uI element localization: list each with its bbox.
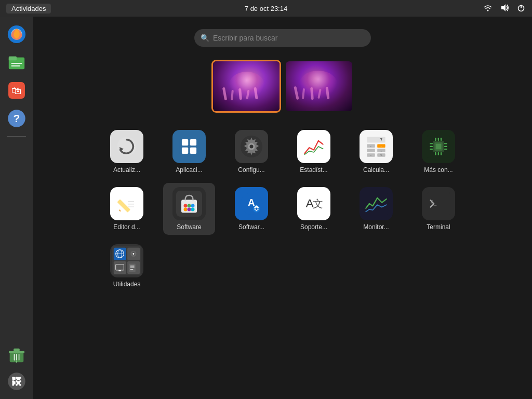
svg-rect-70 (444, 146, 447, 147)
app-label-actualizar: Actualiz... (113, 166, 140, 174)
main-content: 🔍 (33, 17, 532, 399)
svg-rect-16 (9, 351, 24, 353)
app-item-calculadora[interactable]: 7 + ÷ − × = % Calcula... (350, 126, 402, 178)
app-item-editord[interactable]: Editor d... (101, 183, 153, 235)
svg-point-31 (12, 380, 14, 382)
app-label-utilidades: Utilidades (113, 281, 141, 288)
network-icon[interactable] (483, 3, 493, 14)
svg-point-35 (16, 384, 18, 386)
svg-point-91 (191, 204, 195, 208)
search-input[interactable] (194, 29, 371, 47)
app-item-actualizar[interactable]: Actualiz... (101, 126, 153, 178)
topbar-left: Actividades (6, 4, 51, 14)
app-label-mascon: Más con... (424, 166, 453, 174)
svg-point-32 (16, 380, 18, 382)
svg-marker-1 (501, 4, 506, 11)
app-grid: Actualiz... Aplicaci... (101, 126, 464, 292)
svg-point-33 (19, 380, 21, 382)
svg-rect-50 (367, 137, 385, 143)
svg-text:文: 文 (313, 198, 323, 209)
app-label-estadisticas: Estadíst... (300, 166, 327, 174)
svg-rect-67 (430, 146, 433, 147)
app-label-aplicaciones: Aplicaci... (176, 166, 202, 174)
app-label-editord: Editor d... (113, 223, 140, 231)
svg-rect-68 (430, 149, 433, 150)
search-bar: 🔍 (194, 29, 371, 47)
svg-point-116 (132, 253, 134, 255)
app-grid-empty-5 (413, 240, 464, 292)
sidebar-item-show-apps[interactable] (4, 369, 29, 394)
wallpaper-thumb-1[interactable] (213, 61, 280, 111)
app-item-aplicaciones[interactable]: Aplicaci... (163, 126, 215, 178)
svg-point-0 (487, 9, 489, 11)
topbar-right (483, 3, 526, 14)
wallpaper-thumbnails (213, 61, 352, 111)
sidebar-item-trash[interactable]: ♻ (4, 343, 29, 368)
svg-point-30 (19, 377, 21, 379)
sidebar-item-files[interactable] (4, 50, 29, 75)
power-icon[interactable] (516, 3, 526, 14)
app-grid-empty-3 (288, 240, 340, 292)
svg-rect-103 (365, 192, 388, 215)
app-item-soporte[interactable]: A 文 Soporte... (288, 183, 340, 235)
app-item-terminal[interactable]: $_ Terminal (413, 183, 464, 235)
svg-rect-75 (435, 152, 436, 155)
app-item-softwar2[interactable]: A Softwar... (225, 183, 277, 235)
svg-point-90 (188, 204, 191, 208)
app-label-calculadora: Calcula... (363, 166, 389, 174)
app-item-configuracion[interactable]: Configu... (225, 126, 277, 178)
app-grid-empty-4 (350, 240, 402, 292)
svg-text:?: ? (14, 112, 20, 124)
svg-rect-117 (116, 264, 124, 270)
app-label-terminal: Terminal (427, 223, 450, 231)
svg-point-89 (184, 204, 188, 208)
sidebar-item-firefox[interactable] (4, 22, 29, 47)
svg-rect-76 (438, 152, 439, 155)
svg-rect-43 (190, 148, 196, 154)
svg-rect-71 (444, 149, 447, 150)
svg-rect-48 (302, 135, 325, 158)
svg-text:%: % (380, 154, 382, 156)
svg-text:♻: ♻ (16, 361, 18, 363)
app-label-software: Software (177, 223, 201, 231)
app-item-monitor[interactable]: Monitor... (350, 183, 402, 235)
svg-point-34 (12, 384, 14, 386)
svg-rect-42 (182, 148, 188, 154)
search-icon: 🔍 (201, 34, 209, 42)
svg-rect-79 (436, 144, 442, 150)
app-label-monitor: Monitor... (363, 223, 389, 231)
svg-point-28 (12, 377, 14, 379)
svg-rect-118 (118, 270, 121, 271)
svg-rect-40 (182, 139, 188, 145)
svg-rect-72 (435, 138, 436, 141)
app-label-configuracion: Configu... (238, 166, 264, 174)
svg-rect-69 (444, 143, 447, 144)
svg-point-93 (188, 208, 191, 211)
actividades-button[interactable]: Actividades (6, 4, 51, 14)
app-grid-empty-2 (225, 240, 277, 292)
app-label-softwar2: Softwar... (238, 223, 264, 231)
wallpaper-thumb-2[interactable] (286, 61, 352, 111)
svg-point-29 (16, 377, 18, 379)
app-item-software[interactable]: Software (163, 183, 215, 235)
svg-point-92 (184, 208, 188, 211)
sidebar-item-appstore[interactable]: 🛍 (4, 78, 29, 103)
sidebar-item-help[interactable]: ? (4, 106, 29, 131)
topbar-datetime: 7 de oct 23:14 (245, 5, 287, 12)
svg-rect-66 (430, 143, 433, 144)
app-grid-empty-1 (163, 240, 215, 292)
svg-text:🛍: 🛍 (11, 85, 22, 96)
volume-icon[interactable] (500, 3, 509, 14)
app-item-estadisticas[interactable]: Estadíst... (288, 126, 340, 178)
topbar: Actividades 7 de oct 23:14 (0, 0, 532, 17)
svg-point-99 (255, 207, 257, 209)
app-item-mascon[interactable]: Más con... (413, 126, 464, 178)
svg-text:7: 7 (380, 138, 383, 142)
sidebar: 🛍 ? ♻ (0, 17, 33, 399)
svg-point-36 (19, 384, 21, 386)
app-item-utilidades[interactable]: Utilidades (101, 240, 153, 292)
svg-rect-74 (441, 138, 442, 141)
sidebar-divider (7, 136, 26, 137)
svg-rect-41 (190, 139, 196, 145)
app-label-soporte: Soporte... (300, 223, 327, 231)
